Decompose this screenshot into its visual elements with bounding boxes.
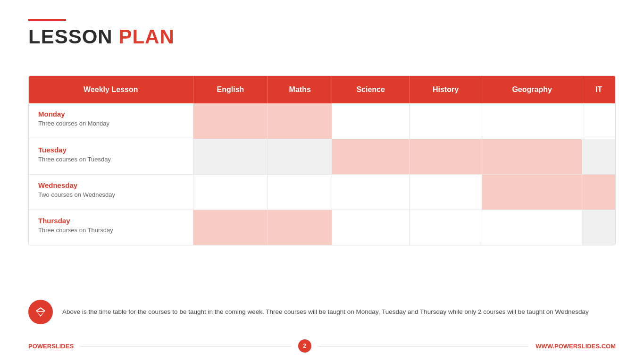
table-row: TuesdayThree courses on Tuesday xyxy=(29,139,615,174)
cell-monday-col1 xyxy=(193,103,268,139)
day-name: Wednesday xyxy=(38,181,184,189)
day-desc: Three courses on Thursday xyxy=(38,227,184,234)
cell-wednesday-col4 xyxy=(410,174,482,210)
cell-thursday-col3 xyxy=(332,210,409,245)
brand-label: POWERSLIDES xyxy=(28,343,74,350)
diamond-icon xyxy=(28,300,53,324)
day-cell: WednesdayTwo courses on Wednesday xyxy=(29,174,193,210)
col-maths: Maths xyxy=(268,76,332,103)
cell-monday-col5 xyxy=(482,103,582,139)
cell-wednesday-col2 xyxy=(268,174,332,210)
cell-wednesday-col3 xyxy=(332,174,409,210)
day-desc: Two courses on Wednesday xyxy=(38,191,184,198)
cell-thursday-col4 xyxy=(410,210,482,245)
website-url: WWW.POWERSLIDES.COM xyxy=(535,343,616,350)
bottom-bar: POWERSLIDES 2 WWW.POWERSLIDES.COM xyxy=(0,339,644,353)
cell-tuesday-col5 xyxy=(482,139,582,174)
cell-wednesday-col1 xyxy=(193,174,268,210)
brand-red: SLIDES xyxy=(51,343,74,350)
cell-wednesday-col5 xyxy=(482,174,582,210)
title-red: PLAN xyxy=(118,25,174,48)
cell-tuesday-col3 xyxy=(332,139,409,174)
table-header-row: Weekly Lesson English Maths Science Hist… xyxy=(29,76,615,103)
table-row: WednesdayTwo courses on Wednesday xyxy=(29,174,615,210)
cell-tuesday-col4 xyxy=(410,139,482,174)
brand-black: POWER xyxy=(28,343,51,350)
col-history: History xyxy=(410,76,482,103)
table-row: ThursdayThree courses on Thursday xyxy=(29,210,615,245)
col-it: IT xyxy=(582,76,615,103)
cell-thursday-col2 xyxy=(268,210,332,245)
day-name: Thursday xyxy=(38,217,184,225)
cell-thursday-col6 xyxy=(582,210,615,245)
header-accent-line xyxy=(28,19,66,21)
cell-monday-col3 xyxy=(332,103,409,139)
cell-monday-col6 xyxy=(582,103,615,139)
footer-note: Above is the time table for the courses … xyxy=(28,300,616,324)
table-row: MondayThree courses on Monday xyxy=(29,103,615,139)
lesson-plan-table: Weekly Lesson English Maths Science Hist… xyxy=(28,76,616,245)
bottom-line-right xyxy=(318,346,529,346)
page-title: LESSON PLAN xyxy=(28,25,175,48)
header: LESSON PLAN xyxy=(28,19,175,48)
cell-tuesday-col1 xyxy=(193,139,268,174)
cell-monday-col2 xyxy=(268,103,332,139)
cell-wednesday-col6 xyxy=(582,174,615,210)
cell-tuesday-col2 xyxy=(268,139,332,174)
day-desc: Three courses on Tuesday xyxy=(38,156,184,163)
footer-text: Above is the time table for the courses … xyxy=(62,307,589,317)
col-weekly-lesson: Weekly Lesson xyxy=(29,76,193,103)
day-cell: TuesdayThree courses on Tuesday xyxy=(29,139,193,174)
cell-monday-col4 xyxy=(410,103,482,139)
cell-thursday-col1 xyxy=(193,210,268,245)
day-name: Tuesday xyxy=(38,146,184,154)
day-name: Monday xyxy=(38,110,184,118)
col-science: Science xyxy=(332,76,409,103)
title-black: LESSON xyxy=(28,25,113,48)
col-english: English xyxy=(193,76,268,103)
col-geography: Geography xyxy=(482,76,582,103)
day-desc: Three courses on Monday xyxy=(38,120,184,127)
bottom-line-left xyxy=(81,346,291,346)
page-number: 2 xyxy=(298,339,311,353)
cell-tuesday-col6 xyxy=(582,139,615,174)
day-cell: ThursdayThree courses on Thursday xyxy=(29,210,193,245)
cell-thursday-col5 xyxy=(482,210,582,245)
day-cell: MondayThree courses on Monday xyxy=(29,103,193,139)
